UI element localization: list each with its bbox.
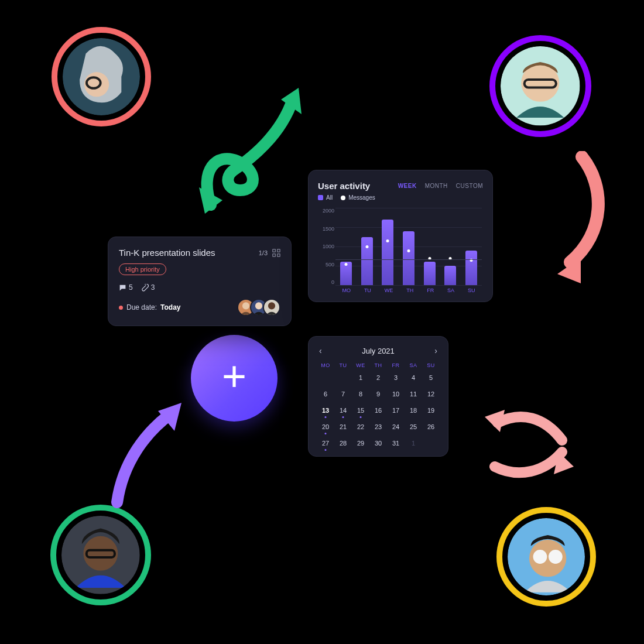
- calendar-dow: TH: [369, 362, 387, 368]
- calendar-day[interactable]: 5: [422, 373, 440, 385]
- assignee-avatar: [263, 299, 280, 316]
- svg-point-24: [255, 302, 262, 309]
- arrow-curve-coral: [547, 151, 611, 286]
- calendar-day[interactable]: 10: [387, 389, 405, 401]
- calendar-dow: TU: [334, 362, 352, 368]
- calendar-day[interactable]: 17: [387, 406, 405, 417]
- chart-tab-week[interactable]: WEEK: [398, 183, 417, 189]
- calendar-day[interactable]: 31: [387, 439, 405, 450]
- calendar-day[interactable]: 13: [317, 406, 334, 417]
- message-dot: [365, 245, 368, 248]
- calendar-day[interactable]: 29: [352, 439, 369, 450]
- calendar-day[interactable]: 22: [352, 422, 369, 434]
- calendar-day[interactable]: 2: [369, 373, 387, 385]
- arrow-double-pink: [474, 399, 580, 487]
- calendar-day[interactable]: 18: [405, 406, 422, 417]
- calendar-day[interactable]: 1: [352, 373, 369, 385]
- calendar-dow: FR: [387, 362, 405, 368]
- add-fab[interactable]: +: [191, 335, 278, 422]
- bar-fr: [424, 262, 436, 285]
- xlabel: WE: [385, 287, 393, 296]
- calendar-day[interactable]: 14: [334, 406, 352, 417]
- subtasks-icon: [272, 249, 280, 257]
- calendar-day[interactable]: 6: [317, 389, 334, 401]
- svg-rect-18: [278, 249, 280, 251]
- svg-rect-20: [278, 254, 280, 256]
- legend-all: All: [318, 194, 333, 201]
- comments-count: 5: [119, 283, 133, 292]
- calendar-day[interactable]: 23: [369, 422, 387, 434]
- calendar-day[interactable]: 30: [369, 439, 387, 450]
- svg-point-16: [549, 550, 563, 564]
- calendar-day[interactable]: 15: [352, 406, 369, 417]
- bar-su: [465, 251, 477, 285]
- svg-rect-17: [273, 249, 275, 251]
- calendar-title: July 2021: [362, 347, 395, 355]
- calendar-day[interactable]: 20: [317, 422, 334, 434]
- calendar-day[interactable]: 4: [405, 373, 422, 385]
- message-dot: [407, 249, 410, 252]
- calendar-day[interactable]: 24: [387, 422, 405, 434]
- xlabel: SU: [468, 287, 475, 296]
- calendar-day[interactable]: 27: [317, 439, 334, 450]
- avatar-top-left: [52, 27, 151, 126]
- calendar-next[interactable]: ›: [432, 345, 440, 357]
- bar-th: [403, 231, 415, 285]
- calendar-day[interactable]: 21: [334, 422, 352, 434]
- task-title: Tin-K presentation slides: [119, 248, 215, 258]
- calendar-prev[interactable]: ‹: [317, 345, 324, 357]
- due-date: Due date: Today: [119, 303, 181, 311]
- bar-we: [382, 220, 393, 285]
- calendar-day[interactable]: 9: [369, 389, 387, 401]
- calendar-day[interactable]: 28: [334, 439, 352, 450]
- calendar-day[interactable]: 26: [422, 422, 440, 434]
- attachment-icon: [141, 284, 149, 292]
- calendar-day[interactable]: 12: [422, 389, 440, 401]
- calendar-day[interactable]: 8: [352, 389, 369, 401]
- task-card[interactable]: Tin-K presentation slides 1/3 High prior…: [108, 237, 292, 326]
- calendar-card: ‹ July 2021 › MOTUWETHFRSASU 12345678910…: [308, 336, 448, 457]
- calendar-dow: SU: [422, 362, 440, 368]
- calendar-day[interactable]: 19: [422, 406, 440, 417]
- user-activity-card: User activity WEEKMONTHCUSTOM All Messag…: [308, 170, 493, 302]
- calendar-dow: SA: [405, 362, 422, 368]
- chart-area: 2000150010005000 MOTUWETHFRSASU: [318, 208, 483, 296]
- xlabel: SA: [447, 287, 454, 296]
- bar-sa: [444, 266, 456, 285]
- svg-point-15: [533, 550, 547, 564]
- xlabel: TH: [406, 287, 413, 296]
- comment-icon: [119, 284, 126, 292]
- svg-point-10: [84, 536, 118, 571]
- chart-tab-custom[interactable]: CUSTOM: [456, 183, 483, 189]
- legend-messages: Messages: [341, 194, 375, 201]
- arrow-curve-purple: [100, 391, 193, 508]
- xlabel: MO: [342, 287, 351, 296]
- bar-tu: [361, 237, 373, 286]
- chart-title: User activity: [318, 181, 370, 191]
- xlabel: TU: [364, 287, 371, 296]
- calendar-day[interactable]: 16: [369, 406, 387, 417]
- avatar-bottom-right: [496, 507, 596, 607]
- svg-rect-19: [273, 254, 275, 256]
- avatar-bottom-left: [50, 505, 151, 605]
- chart-tab-month[interactable]: MONTH: [425, 183, 448, 189]
- plus-icon: +: [222, 355, 246, 397]
- calendar-dow: WE: [352, 362, 369, 368]
- avatar-top-right: [489, 35, 591, 137]
- calendar-day[interactable]: 11: [405, 389, 422, 401]
- svg-point-26: [268, 302, 275, 309]
- calendar-day-next-month[interactable]: 1: [405, 439, 422, 450]
- priority-badge: High priority: [119, 263, 166, 275]
- attachments-count: 3: [141, 283, 155, 292]
- task-progress: 1/3: [259, 249, 268, 256]
- svg-point-22: [242, 302, 249, 309]
- calendar-day[interactable]: 25: [405, 422, 422, 434]
- message-dot: [386, 239, 389, 242]
- calendar-grid: MOTUWETHFRSASU 1234567891011121314151617…: [317, 362, 440, 450]
- chart-range-tabs: WEEKMONTHCUSTOM: [398, 183, 483, 189]
- calendar-dow: MO: [317, 362, 334, 368]
- calendar-day[interactable]: 7: [334, 389, 352, 401]
- assignee-avatars: [237, 299, 280, 316]
- calendar-day[interactable]: 3: [387, 373, 405, 385]
- message-dot: [344, 263, 347, 266]
